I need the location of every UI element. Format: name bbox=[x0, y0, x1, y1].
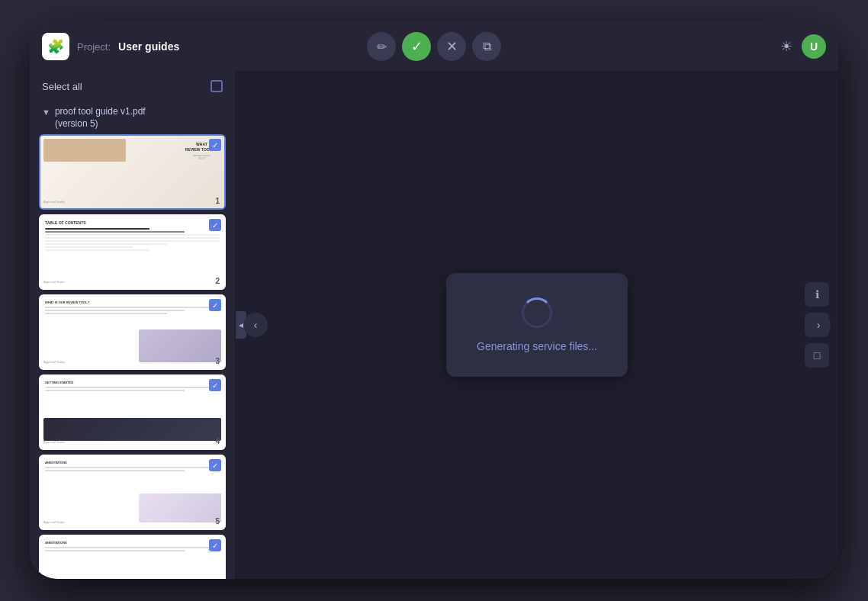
thumb-checkbox[interactable]: ✓ bbox=[209, 299, 221, 311]
thumb-checkbox[interactable]: ✓ bbox=[209, 459, 221, 471]
info-icon: ℹ bbox=[815, 288, 819, 300]
settings-icon[interactable]: ☀ bbox=[780, 38, 792, 55]
thumbnail-item[interactable]: GETTING STARTED Approval Studio ✓ 4 bbox=[39, 374, 226, 450]
thumbnail-item[interactable]: TABLE OF CONTENTS bbox=[39, 214, 226, 290]
thumbnail-item[interactable]: WHATREVIEW TOOL 3.0 and how to use it JA… bbox=[39, 134, 226, 210]
crop-icon: □ bbox=[814, 349, 820, 362]
thumb-checkbox[interactable]: ✓ bbox=[209, 539, 221, 551]
page-number: 5 bbox=[215, 517, 220, 525]
thumb-preview: WHATREVIEW TOOL 3.0 and how to use it JA… bbox=[40, 136, 224, 208]
chevron-down-icon[interactable]: ▼ bbox=[42, 108, 50, 117]
prev-button[interactable]: ‹ bbox=[243, 313, 268, 337]
thumb-checkbox[interactable]: ✓ bbox=[209, 219, 221, 231]
next-button[interactable]: › bbox=[806, 313, 831, 337]
thumbnail-item[interactable]: WHAT IS OUR REVIEW TOOL? Approval Studio… bbox=[39, 294, 226, 370]
page-number: 4 bbox=[215, 437, 220, 445]
project-label: Project: bbox=[77, 41, 111, 53]
file-name: proof tool guide v1.pdf (version 5) bbox=[55, 106, 146, 130]
loading-overlay: Generating service files... bbox=[446, 273, 628, 377]
thumb-preview: ANNOTATIONS Approval Studio bbox=[40, 536, 224, 579]
loading-spinner bbox=[522, 297, 552, 328]
thumb-checkbox[interactable]: ✓ bbox=[209, 379, 221, 391]
project-name: User guides bbox=[118, 40, 179, 53]
header-left: 🧩 Project: User guides bbox=[42, 33, 179, 60]
page-number: 1 bbox=[215, 197, 220, 205]
crop-button[interactable]: □ bbox=[805, 343, 829, 368]
logo: 🧩 bbox=[42, 33, 69, 60]
reject-button[interactable]: ✕ bbox=[437, 32, 466, 61]
loading-text: Generating service files... bbox=[477, 340, 597, 352]
select-all-label: Select all bbox=[42, 81, 82, 92]
thumb-preview: WHAT IS OUR REVIEW TOOL? Approval Studio bbox=[40, 296, 224, 368]
file-group: ▼ proof tool guide v1.pdf (version 5) bbox=[30, 101, 235, 579]
content-area: ◀ ‹ › ℹ ✒ □ bbox=[236, 71, 838, 579]
header: 🧩 Project: User guides ✏ ✓ ✕ ⧉ ☀ U bbox=[30, 22, 838, 71]
watermark: Approval Studio bbox=[43, 360, 65, 364]
copy-button[interactable]: ⧉ bbox=[472, 32, 501, 61]
watermark: Approval Studio bbox=[43, 520, 65, 524]
watermark: Approval Studio bbox=[43, 440, 65, 444]
approve-button[interactable]: ✓ bbox=[402, 32, 431, 61]
copy-icon: ⧉ bbox=[483, 40, 491, 53]
main: Select all ▼ proof tool guide v1.pdf (ve… bbox=[30, 71, 838, 579]
check-icon: ✓ bbox=[411, 38, 423, 55]
page-number: 2 bbox=[215, 277, 220, 285]
thumb-preview: TABLE OF CONTENTS bbox=[40, 216, 224, 288]
close-icon: ✕ bbox=[446, 38, 458, 55]
pencil-icon: ✏ bbox=[377, 40, 387, 54]
thumb-preview: GETTING STARTED Approval Studio bbox=[40, 376, 224, 448]
thumbnail-item[interactable]: ANNOTATIONS Approval Studio ✓ bbox=[39, 535, 226, 579]
header-right: ☀ U bbox=[780, 34, 826, 59]
sidebar: Select all ▼ proof tool guide v1.pdf (ve… bbox=[30, 71, 236, 579]
info-button[interactable]: ℹ bbox=[805, 282, 829, 307]
watermark: Approval Studio bbox=[43, 280, 65, 284]
thumbnail-list: WHATREVIEW TOOL 3.0 and how to use it JA… bbox=[36, 134, 229, 579]
thumbnail-item[interactable]: ANNOTATIONS Approval Studio ✓ 5 bbox=[39, 455, 226, 530]
file-group-header: ▼ proof tool guide v1.pdf (version 5) bbox=[36, 101, 229, 134]
device-frame: 🧩 Project: User guides ✏ ✓ ✕ ⧉ ☀ U bbox=[30, 22, 838, 579]
header-center: ✏ ✓ ✕ ⧉ bbox=[367, 32, 501, 61]
sidebar-header: Select all bbox=[30, 71, 235, 101]
pencil-button[interactable]: ✏ bbox=[367, 32, 396, 61]
watermark: Approval Studio bbox=[43, 200, 65, 204]
select-all-checkbox[interactable] bbox=[211, 80, 223, 92]
page-number: 3 bbox=[215, 357, 220, 365]
thumb-checkbox[interactable]: ✓ bbox=[209, 139, 221, 151]
avatar[interactable]: U bbox=[802, 34, 826, 59]
thumb-preview: ANNOTATIONS Approval Studio bbox=[40, 456, 224, 529]
